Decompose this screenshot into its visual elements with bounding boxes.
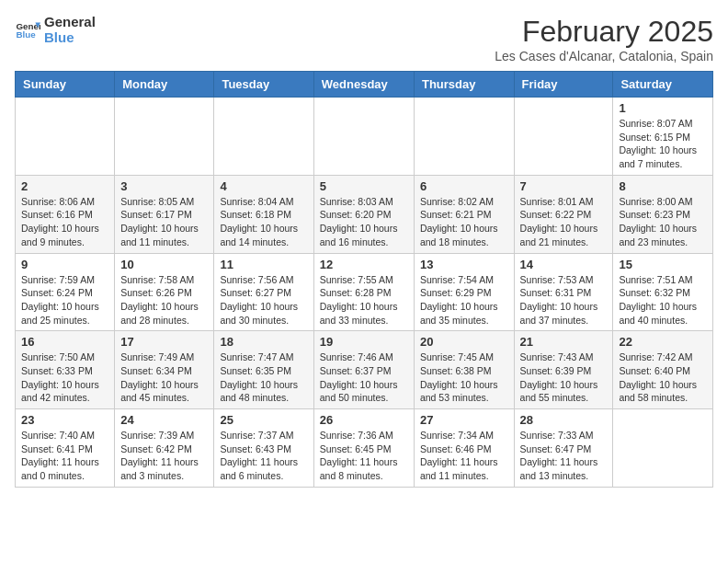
calendar-cell: 10Sunrise: 7:58 AM Sunset: 6:26 PM Dayli… — [115, 253, 214, 331]
calendar-cell: 17Sunrise: 7:49 AM Sunset: 6:34 PM Dayli… — [115, 331, 214, 409]
day-info: Sunrise: 8:02 AM Sunset: 6:21 PM Dayligh… — [420, 195, 508, 249]
calendar-cell: 18Sunrise: 7:47 AM Sunset: 6:35 PM Dayli… — [214, 331, 313, 409]
day-number: 28 — [520, 413, 608, 427]
day-number: 11 — [220, 258, 307, 271]
day-of-week-header: Saturday — [613, 72, 713, 98]
day-info: Sunrise: 7:58 AM Sunset: 6:26 PM Dayligh… — [120, 273, 208, 327]
day-info: Sunrise: 7:49 AM Sunset: 6:34 PM Dayligh… — [120, 350, 208, 405]
calendar-cell: 28Sunrise: 7:33 AM Sunset: 6:47 PM Dayli… — [514, 409, 613, 488]
day-number: 20 — [420, 335, 508, 349]
day-number: 6 — [420, 179, 508, 193]
calendar-cell: 6Sunrise: 8:02 AM Sunset: 6:21 PM Daylig… — [414, 175, 514, 253]
day-info: Sunrise: 8:03 AM Sunset: 6:20 PM Dayligh… — [320, 195, 408, 249]
calendar-cell: 8Sunrise: 8:00 AM Sunset: 6:23 PM Daylig… — [613, 175, 713, 253]
day-number: 27 — [420, 413, 508, 427]
day-of-week-header: Tuesday — [214, 72, 313, 98]
day-info: Sunrise: 7:39 AM Sunset: 6:42 PM Dayligh… — [120, 429, 208, 483]
logo-icon: General Blue — [15, 17, 40, 43]
day-info: Sunrise: 7:36 AM Sunset: 6:45 PM Dayligh… — [320, 429, 408, 483]
day-info: Sunrise: 7:47 AM Sunset: 6:35 PM Dayligh… — [220, 350, 307, 405]
day-number: 5 — [320, 179, 408, 193]
day-number: 7 — [520, 179, 608, 193]
day-info: Sunrise: 8:01 AM Sunset: 6:22 PM Dayligh… — [520, 195, 608, 249]
day-number: 8 — [619, 179, 707, 193]
calendar-week-row: 9Sunrise: 7:59 AM Sunset: 6:24 PM Daylig… — [16, 253, 713, 331]
page-header: General Blue General Blue February 2025 … — [15, 15, 713, 63]
day-info: Sunrise: 7:42 AM Sunset: 6:40 PM Dayligh… — [619, 350, 707, 405]
day-info: Sunrise: 7:50 AM Sunset: 6:33 PM Dayligh… — [21, 350, 108, 405]
calendar-cell: 12Sunrise: 7:55 AM Sunset: 6:28 PM Dayli… — [313, 253, 414, 331]
day-info: Sunrise: 7:53 AM Sunset: 6:31 PM Dayligh… — [520, 273, 608, 327]
calendar-cell: 22Sunrise: 7:42 AM Sunset: 6:40 PM Dayli… — [613, 331, 713, 409]
day-number: 26 — [320, 413, 408, 427]
day-of-week-header: Wednesday — [313, 72, 414, 98]
day-number: 19 — [320, 335, 408, 349]
month-title: February 2025 — [495, 15, 713, 49]
calendar-cell — [613, 409, 713, 488]
title-block: February 2025 Les Cases d'Alcanar, Catal… — [495, 15, 713, 63]
logo-line2: Blue — [44, 30, 96, 46]
day-info: Sunrise: 7:37 AM Sunset: 6:43 PM Dayligh… — [220, 429, 307, 483]
calendar-cell — [16, 98, 115, 176]
day-info: Sunrise: 7:46 AM Sunset: 6:37 PM Dayligh… — [320, 350, 408, 405]
day-of-week-header: Sunday — [16, 72, 115, 98]
calendar-cell: 13Sunrise: 7:54 AM Sunset: 6:29 PM Dayli… — [414, 253, 514, 331]
day-number: 1 — [619, 101, 707, 115]
day-info: Sunrise: 7:56 AM Sunset: 6:27 PM Dayligh… — [220, 273, 307, 327]
day-number: 9 — [21, 258, 108, 271]
calendar-week-row: 23Sunrise: 7:40 AM Sunset: 6:41 PM Dayli… — [16, 409, 713, 488]
day-number: 3 — [120, 179, 208, 193]
day-info: Sunrise: 7:43 AM Sunset: 6:39 PM Dayligh… — [520, 350, 608, 405]
day-info: Sunrise: 7:51 AM Sunset: 6:32 PM Dayligh… — [619, 273, 707, 327]
day-of-week-header: Monday — [115, 72, 214, 98]
day-info: Sunrise: 8:07 AM Sunset: 6:15 PM Dayligh… — [619, 117, 707, 171]
day-number: 15 — [619, 258, 707, 271]
calendar-cell: 9Sunrise: 7:59 AM Sunset: 6:24 PM Daylig… — [16, 253, 115, 331]
calendar-cell: 24Sunrise: 7:39 AM Sunset: 6:42 PM Dayli… — [115, 409, 214, 488]
day-info: Sunrise: 7:45 AM Sunset: 6:38 PM Dayligh… — [420, 350, 508, 405]
calendar-cell: 19Sunrise: 7:46 AM Sunset: 6:37 PM Dayli… — [313, 331, 414, 409]
day-number: 23 — [21, 413, 108, 427]
day-number: 21 — [520, 335, 608, 349]
day-number: 14 — [520, 258, 608, 271]
day-number: 4 — [220, 179, 307, 193]
calendar-cell: 20Sunrise: 7:45 AM Sunset: 6:38 PM Dayli… — [414, 331, 514, 409]
day-info: Sunrise: 7:55 AM Sunset: 6:28 PM Dayligh… — [320, 273, 408, 327]
calendar-cell: 3Sunrise: 8:05 AM Sunset: 6:17 PM Daylig… — [115, 175, 214, 253]
calendar-cell: 5Sunrise: 8:03 AM Sunset: 6:20 PM Daylig… — [313, 175, 414, 253]
day-of-week-header: Thursday — [414, 72, 514, 98]
calendar-cell: 27Sunrise: 7:34 AM Sunset: 6:46 PM Dayli… — [414, 409, 514, 488]
calendar-cell: 25Sunrise: 7:37 AM Sunset: 6:43 PM Dayli… — [214, 409, 313, 488]
day-number: 25 — [220, 413, 307, 427]
calendar-cell: 11Sunrise: 7:56 AM Sunset: 6:27 PM Dayli… — [214, 253, 313, 331]
day-number: 17 — [120, 335, 208, 349]
svg-text:Blue: Blue — [16, 29, 36, 40]
calendar-week-row: 2Sunrise: 8:06 AM Sunset: 6:16 PM Daylig… — [16, 175, 713, 253]
calendar-header-row: SundayMondayTuesdayWednesdayThursdayFrid… — [16, 72, 713, 98]
calendar-cell — [214, 98, 313, 176]
day-of-week-header: Friday — [514, 72, 613, 98]
day-info: Sunrise: 7:54 AM Sunset: 6:29 PM Dayligh… — [420, 273, 508, 327]
calendar-cell: 2Sunrise: 8:06 AM Sunset: 6:16 PM Daylig… — [16, 175, 115, 253]
calendar-cell — [514, 98, 613, 176]
day-info: Sunrise: 8:00 AM Sunset: 6:23 PM Dayligh… — [619, 195, 707, 249]
day-info: Sunrise: 8:06 AM Sunset: 6:16 PM Dayligh… — [21, 195, 108, 249]
calendar-cell: 1Sunrise: 8:07 AM Sunset: 6:15 PM Daylig… — [613, 98, 713, 176]
calendar-week-row: 16Sunrise: 7:50 AM Sunset: 6:33 PM Dayli… — [16, 331, 713, 409]
day-number: 10 — [120, 258, 208, 271]
location: Les Cases d'Alcanar, Catalonia, Spain — [495, 49, 713, 63]
calendar-cell: 23Sunrise: 7:40 AM Sunset: 6:41 PM Dayli… — [16, 409, 115, 488]
day-number: 22 — [619, 335, 707, 349]
day-info: Sunrise: 7:34 AM Sunset: 6:46 PM Dayligh… — [420, 429, 508, 483]
calendar-cell: 7Sunrise: 8:01 AM Sunset: 6:22 PM Daylig… — [514, 175, 613, 253]
logo-line1: General — [44, 15, 96, 30]
day-info: Sunrise: 8:05 AM Sunset: 6:17 PM Dayligh… — [120, 195, 208, 249]
day-number: 16 — [21, 335, 108, 349]
calendar-week-row: 1Sunrise: 8:07 AM Sunset: 6:15 PM Daylig… — [16, 98, 713, 176]
day-info: Sunrise: 7:59 AM Sunset: 6:24 PM Dayligh… — [21, 273, 108, 327]
calendar-table: SundayMondayTuesdayWednesdayThursdayFrid… — [15, 71, 713, 488]
logo: General Blue General Blue — [15, 15, 96, 45]
calendar-cell: 15Sunrise: 7:51 AM Sunset: 6:32 PM Dayli… — [613, 253, 713, 331]
day-number: 18 — [220, 335, 307, 349]
day-number: 12 — [320, 258, 408, 271]
